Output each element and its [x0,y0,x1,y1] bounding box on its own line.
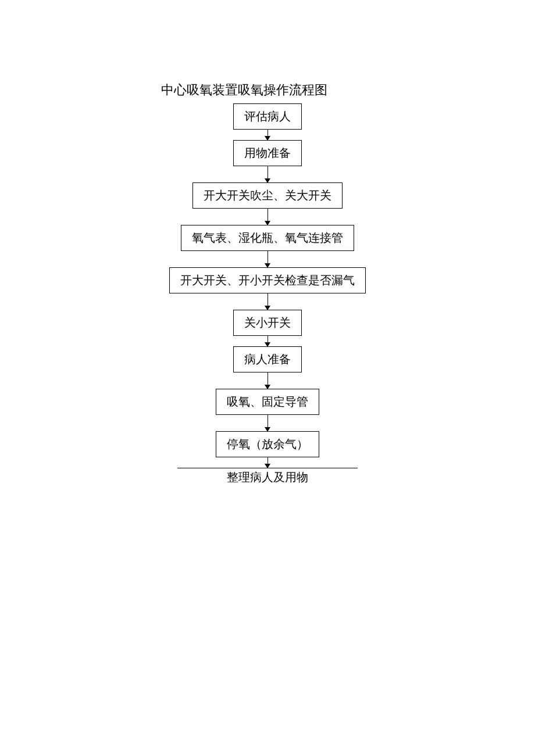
arrow-6 [268,336,268,346]
arrow-9 [268,457,268,468]
arrow-2 [268,166,268,182]
step-3: 开大开关吹尘、关大开关 [192,182,343,209]
step-5: 开大开关、开小开关检查是否漏气 [169,267,366,293]
step-6: 关小开关 [233,310,302,336]
arrow-4 [268,251,268,267]
arrow-3 [268,209,268,225]
step-2: 用物准备 [233,140,302,166]
flowchart-container: 中心吸氧装置吸氧操作流程图 评估病人 用物准备 开大开关吹尘、关大开关 氧气表、… [0,81,535,485]
step-9: 停氧（放余气） [216,431,319,457]
step-8: 吸氧、固定导管 [216,389,319,415]
arrow-8 [268,415,268,431]
arrow-7 [268,372,268,389]
flowchart-title: 中心吸氧装置吸氧操作流程图 [161,81,327,99]
step-1: 评估病人 [233,103,302,130]
final-step: 整理病人及用物 [227,470,308,485]
step-7: 病人准备 [233,346,302,372]
arrow-5 [268,293,268,310]
arrow-1 [268,130,268,140]
step-4: 氧气表、湿化瓶、氧气连接管 [181,225,354,251]
